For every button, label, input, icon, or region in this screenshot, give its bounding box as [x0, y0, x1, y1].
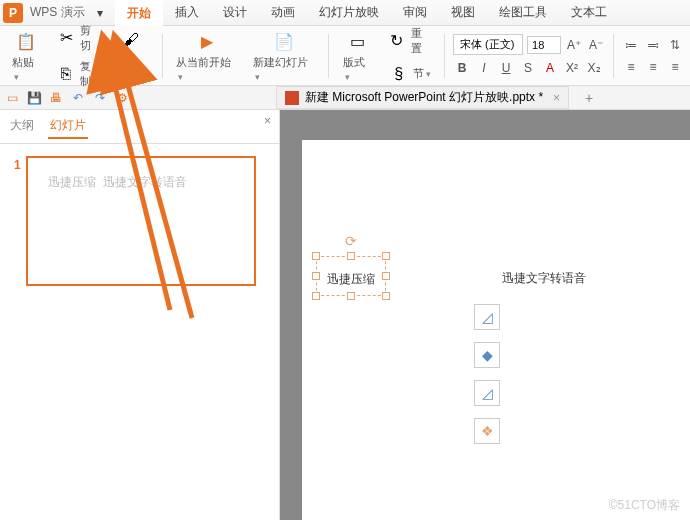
slide-number: 1 [14, 158, 21, 172]
ribbon: 📋 粘贴 ✂剪切 ⎘复制 🖌 格式刷 ▶ 从当前开始 📄 新建幻灯片 ▭ 版式 … [0, 26, 690, 86]
resize-handle[interactable] [382, 292, 390, 300]
superscript-button[interactable]: X² [563, 59, 581, 77]
font-size-select[interactable]: 18 [527, 36, 561, 54]
layout-icon: ▭ [345, 29, 369, 53]
document-title: 新建 Microsoft PowerPoint 幻灯片放映.pptx * [305, 89, 543, 106]
qat-undo-icon[interactable]: ↶ [70, 90, 86, 106]
separator [444, 34, 445, 78]
layout-button[interactable]: ▭ 版式 [337, 28, 377, 84]
bold-button[interactable]: B [453, 59, 471, 77]
section-button[interactable]: §节 [381, 60, 436, 88]
qat-redo-icon[interactable]: ↷ [92, 90, 108, 106]
bullet-list-button[interactable]: ≔ [622, 36, 640, 54]
tab-start[interactable]: 开始 [115, 0, 163, 27]
separator [613, 34, 614, 78]
panel-tabs: 大纲 幻灯片 × [0, 110, 279, 144]
reset-button[interactable]: ↻重置 [381, 24, 436, 58]
play-icon: ▶ [195, 29, 219, 53]
thumbnail-area: 1 迅捷压缩 迅捷文字转语音 [0, 144, 279, 298]
tab-text-tools[interactable]: 文本工 [559, 0, 619, 26]
brush-icon: 🖌 [119, 28, 143, 52]
from-current-button[interactable]: ▶ 从当前开始 [170, 28, 243, 84]
subscript-button[interactable]: X₂ [585, 59, 603, 77]
tab-slideshow[interactable]: 幻灯片放映 [307, 0, 391, 26]
underline-button[interactable]: U [497, 59, 515, 77]
separator [328, 34, 329, 78]
document-tab[interactable]: 新建 Microsoft PowerPoint 幻灯片放映.pptx * × [276, 86, 569, 109]
close-tab-button[interactable]: × [553, 91, 560, 105]
qat-new-icon[interactable]: ▭ [4, 90, 20, 106]
textbox-1-text: 迅捷压缩 [327, 272, 375, 286]
textbox-2[interactable]: 迅捷文字转语音 [492, 256, 596, 294]
tab-review[interactable]: 审阅 [391, 0, 439, 26]
line-spacing-button[interactable]: ⇅ [666, 36, 684, 54]
clipboard-icon: 📋 [14, 29, 38, 53]
floating-toolbar: ◿ ◆ ◿ ❖ [474, 304, 500, 444]
layers-tool[interactable]: ❖ [474, 418, 500, 444]
paste-button[interactable]: 📋 粘贴 [6, 28, 46, 84]
reset-icon: ↻ [385, 29, 408, 53]
new-slide-icon: 📄 [272, 29, 296, 53]
fill-tool[interactable]: ◆ [474, 342, 500, 368]
font-color-button[interactable]: A [541, 59, 559, 77]
resize-handle[interactable] [382, 272, 390, 280]
tab-view[interactable]: 视图 [439, 0, 487, 26]
format-painter-button[interactable]: 🖌 格式刷 [109, 28, 153, 84]
new-slide-button[interactable]: 📄 新建幻灯片 [247, 28, 320, 84]
powerpoint-file-icon [285, 91, 299, 105]
outline-tool[interactable]: ◿ [474, 380, 500, 406]
resize-handle[interactable] [347, 292, 355, 300]
cut-button[interactable]: ✂剪切 [50, 21, 105, 55]
separator [162, 34, 163, 78]
tab-drawing-tools[interactable]: 绘图工具 [487, 0, 559, 26]
paste-label: 粘贴 [12, 55, 40, 82]
slide-canvas[interactable]: ⟳ 迅捷压缩 迅捷文字转语音 ◿ ◆ ◿ ❖ [302, 140, 690, 520]
qat-print-icon[interactable]: 🖶 [48, 90, 64, 106]
font-name-select[interactable]: 宋体 (正文) [453, 34, 523, 55]
slides-panel: 大纲 幻灯片 × 1 迅捷压缩 迅捷文字转语音 [0, 110, 280, 520]
tab-animation[interactable]: 动画 [259, 0, 307, 26]
rotate-handle-icon[interactable]: ⟳ [345, 233, 357, 249]
qat-save-icon[interactable]: 💾 [26, 90, 42, 106]
close-panel-button[interactable]: × [264, 114, 271, 128]
app-name: WPS 演示 [30, 4, 85, 21]
italic-button[interactable]: I [475, 59, 493, 77]
decrease-font-button[interactable]: A⁻ [587, 36, 605, 54]
format-tool-1[interactable]: ◿ [474, 304, 500, 330]
resize-handle[interactable] [347, 252, 355, 260]
resize-handle[interactable] [312, 272, 320, 280]
textbox-2-text: 迅捷文字转语音 [502, 271, 586, 285]
resize-handle[interactable] [382, 252, 390, 260]
thumb-text: 迅捷压缩 迅捷文字转语音 [48, 174, 187, 191]
slide-editor[interactable]: ⟳ 迅捷压缩 迅捷文字转语音 ◿ ◆ ◿ ❖ [280, 110, 690, 520]
copy-button[interactable]: ⎘复制 [50, 57, 105, 91]
format-painter-label: 格式刷 [115, 54, 147, 84]
align-right-button[interactable]: ≡ [666, 58, 684, 76]
workspace: 大纲 幻灯片 × 1 迅捷压缩 迅捷文字转语音 ⟳ 迅捷压缩 [0, 110, 690, 520]
new-tab-button[interactable]: + [585, 90, 593, 106]
strikethrough-button[interactable]: S [519, 59, 537, 77]
slides-tab[interactable]: 幻灯片 [48, 114, 88, 139]
textbox-1[interactable]: ⟳ 迅捷压缩 [316, 256, 386, 296]
tab-design[interactable]: 设计 [211, 0, 259, 26]
align-left-button[interactable]: ≡ [622, 58, 640, 76]
number-list-button[interactable]: ≕ [644, 36, 662, 54]
section-icon: § [387, 62, 411, 86]
scissors-icon: ✂ [54, 26, 77, 50]
align-center-button[interactable]: ≡ [644, 58, 662, 76]
resize-handle[interactable] [312, 292, 320, 300]
app-badge-icon: P [3, 3, 23, 23]
copy-icon: ⎘ [54, 62, 77, 86]
resize-handle[interactable] [312, 252, 320, 260]
watermark: ©51CTO博客 [609, 497, 680, 514]
slide-thumbnail-1[interactable]: 1 迅捷压缩 迅捷文字转语音 [26, 156, 256, 286]
increase-font-button[interactable]: A⁺ [565, 36, 583, 54]
qat-settings-icon[interactable]: ⚙ [114, 90, 130, 106]
outline-tab[interactable]: 大纲 [8, 114, 36, 139]
tab-insert[interactable]: 插入 [163, 0, 211, 26]
